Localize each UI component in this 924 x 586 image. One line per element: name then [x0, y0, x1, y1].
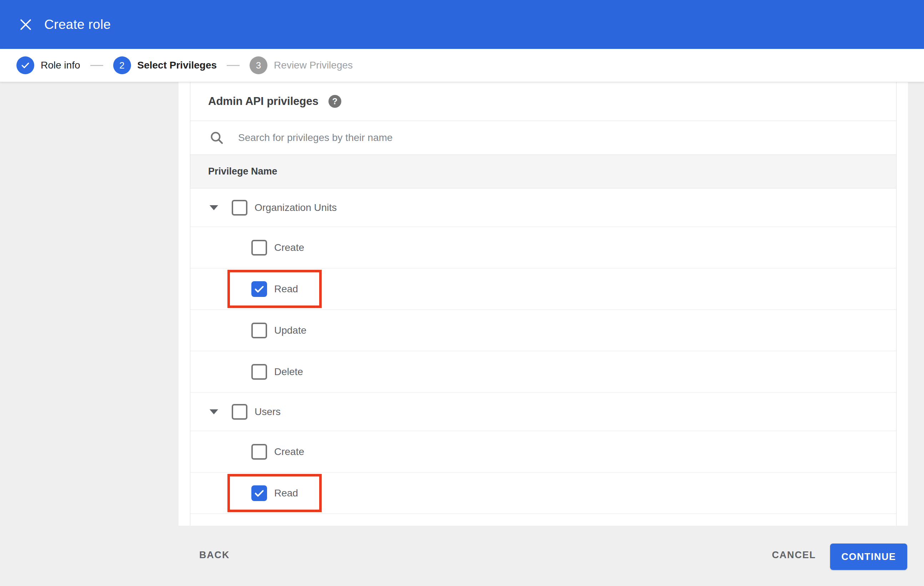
privilege-label: Create — [274, 446, 304, 458]
privilege-rows: Organization UnitsCreateReadUpdateDelete… — [190, 188, 896, 514]
checkbox-unchecked[interactable] — [251, 323, 267, 338]
check-icon — [20, 60, 30, 70]
privilege-row: Read — [190, 268, 896, 310]
privilege-row: Create — [190, 431, 896, 472]
panel-title-row: Admin API privileges ? — [190, 82, 896, 121]
privilege-group-row: Users — [190, 393, 896, 431]
privilege-label: Organization Units — [254, 202, 337, 213]
back-button[interactable]: BACK — [199, 550, 229, 561]
search-row — [190, 121, 896, 155]
step-2-label: Select Privileges — [137, 59, 217, 71]
step-divider — [90, 65, 103, 66]
checkbox-unchecked[interactable] — [251, 364, 267, 380]
dialog-title: Create role — [44, 17, 111, 32]
privilege-label: Read — [274, 283, 298, 295]
continue-button[interactable]: CONTINUE — [830, 543, 907, 570]
cancel-button[interactable]: CANCEL — [772, 550, 816, 561]
privilege-label: Delete — [274, 366, 303, 378]
check-icon — [254, 487, 265, 499]
checkbox-unchecked[interactable] — [232, 404, 248, 420]
privilege-label: Read — [274, 487, 298, 499]
checkbox-checked[interactable] — [251, 486, 267, 501]
step-1-circle — [16, 56, 34, 74]
help-icon[interactable]: ? — [328, 95, 342, 108]
check-icon — [254, 283, 265, 295]
privilege-group-row: Organization Units — [190, 188, 896, 227]
collapse-arrow-icon[interactable] — [210, 409, 218, 414]
privilege-label: Create — [274, 242, 304, 253]
checkbox-checked[interactable] — [251, 281, 267, 297]
privileges-table: Admin API privileges ? Privilege Name Or… — [190, 82, 896, 526]
table-header-label: Privilege Name — [208, 166, 277, 177]
close-icon — [19, 18, 32, 31]
privilege-label: Users — [254, 406, 280, 418]
table-header-row: Privilege Name — [190, 155, 896, 188]
privilege-row: Read — [190, 472, 896, 514]
appbar: Create role — [0, 0, 924, 49]
close-button[interactable] — [14, 13, 37, 36]
privileges-panel: Admin API privileges ? Privilege Name Or… — [178, 82, 908, 526]
step-divider — [227, 65, 239, 66]
step-review-privileges[interactable]: 3 Review Privileges — [249, 56, 353, 74]
privilege-label: Update — [274, 325, 306, 336]
privilege-row: Update — [190, 310, 896, 351]
checkbox-unchecked[interactable] — [251, 240, 267, 255]
step-3-label: Review Privileges — [274, 59, 353, 71]
checkbox-unchecked[interactable] — [232, 200, 248, 216]
panel-title: Admin API privileges — [208, 95, 318, 108]
search-icon — [210, 131, 224, 145]
step-2-circle: 2 — [113, 56, 131, 74]
step-select-privileges[interactable]: 2 Select Privileges — [113, 56, 217, 74]
step-1-label: Role info — [41, 59, 80, 71]
stepper: Role info 2 Select Privileges 3 Review P… — [0, 49, 924, 82]
checkbox-unchecked[interactable] — [251, 444, 267, 460]
step-3-circle: 3 — [249, 56, 267, 74]
privilege-row: Delete — [190, 351, 896, 393]
step-role-info[interactable]: Role info — [16, 56, 80, 74]
collapse-arrow-icon[interactable] — [210, 205, 218, 210]
search-input[interactable] — [238, 132, 774, 143]
privilege-row: Create — [190, 227, 896, 268]
